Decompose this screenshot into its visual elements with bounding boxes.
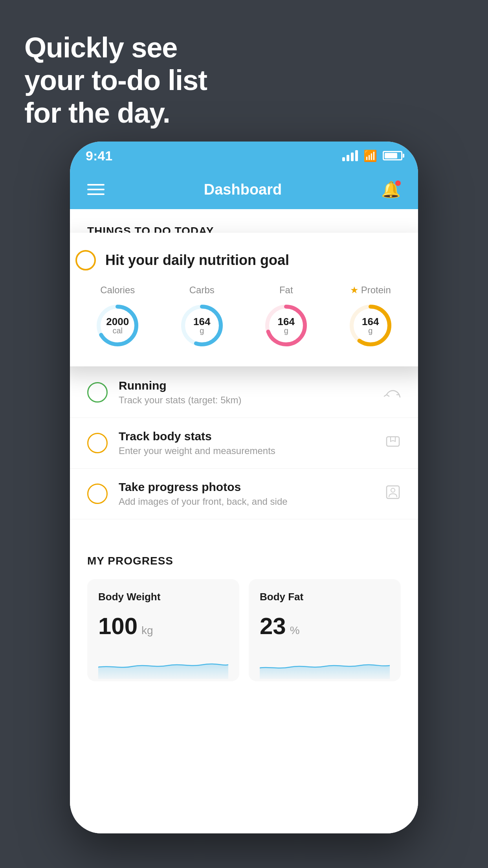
nutrition-protein: ★ Protein 164 g — [347, 285, 394, 349]
body-weight-chart — [98, 647, 228, 679]
carbs-label: Carbs — [189, 285, 215, 296]
todo-item-body-stats[interactable]: Track body stats Enter your weight and m… — [70, 418, 418, 469]
card-title: Hit your daily nutrition goal — [105, 252, 289, 268]
todo-subtitle-body-stats: Enter your weight and measurements — [119, 445, 374, 456]
progress-cards: Body Weight 100 kg — [87, 579, 401, 681]
todo-title-body-stats: Track body stats — [119, 430, 374, 443]
notification-dot — [395, 180, 401, 186]
carbs-unit: g — [193, 327, 210, 335]
todo-text-photos: Take progress photos Add images of your … — [119, 480, 374, 507]
calories-value: 2000 — [106, 316, 129, 327]
calories-label: Calories — [100, 285, 135, 296]
body-weight-value: 100 — [98, 612, 138, 640]
fat-value: 164 — [278, 316, 295, 327]
phone-mockup: 9:41 📶 Dashboard 🔔 TH — [70, 142, 418, 833]
protein-unit: g — [362, 327, 379, 335]
nutrition-carbs: Carbs 164 g — [178, 285, 226, 349]
todo-title-running: Running — [119, 379, 372, 392]
star-icon: ★ — [350, 285, 359, 296]
body-weight-title: Body Weight — [98, 591, 228, 603]
card-title-row: Hit your daily nutrition goal — [75, 250, 413, 270]
body-fat-value: 23 — [260, 612, 286, 640]
todo-circle-running — [87, 382, 108, 403]
todo-subtitle-photos: Add images of your front, back, and side — [119, 496, 374, 507]
notification-bell-button[interactable]: 🔔 — [381, 180, 401, 199]
fat-label: Fat — [279, 285, 293, 296]
calories-unit: cal — [106, 327, 129, 335]
fat-donut: 164 g — [262, 302, 310, 349]
battery-icon — [383, 151, 402, 160]
protein-value: 164 — [362, 316, 379, 327]
todo-subtitle-running: Track your stats (target: 5km) — [119, 395, 372, 406]
body-fat-title: Body Fat — [260, 591, 390, 603]
nutrition-card: Hit your daily nutrition goal Calories 2… — [70, 233, 418, 366]
person-icon — [385, 484, 401, 504]
card-checkbox[interactable] — [75, 250, 96, 270]
progress-title: MY PROGRESS — [87, 555, 401, 567]
wifi-icon: 📶 — [363, 149, 377, 162]
todo-text-body-stats: Track body stats Enter your weight and m… — [119, 430, 374, 456]
progress-section: MY PROGRESS Body Weight 100 kg — [70, 535, 418, 681]
todo-item-photos[interactable]: Take progress photos Add images of your … — [70, 469, 418, 519]
svg-point-10 — [391, 488, 395, 492]
calories-donut: 2000 cal — [94, 302, 141, 349]
header-title: Dashboard — [204, 181, 282, 198]
todo-item-running[interactable]: Running Track your stats (target: 5km) — [70, 367, 418, 418]
nutrition-calories: Calories 2000 cal — [94, 285, 141, 349]
todo-text-running: Running Track your stats (target: 5km) — [119, 379, 372, 406]
body-weight-value-row: 100 kg — [98, 612, 228, 640]
hamburger-menu-button[interactable] — [87, 184, 105, 195]
app-header: Dashboard 🔔 — [70, 170, 418, 209]
scale-icon — [385, 434, 401, 453]
todo-circle-body-stats — [87, 433, 108, 453]
body-weight-card[interactable]: Body Weight 100 kg — [87, 579, 239, 681]
signal-icon — [342, 150, 358, 161]
fat-unit: g — [278, 327, 295, 335]
body-weight-unit: kg — [141, 624, 153, 637]
status-time: 9:41 — [86, 148, 112, 164]
body-fat-chart — [260, 647, 390, 679]
nutrition-row: Calories 2000 cal Carbs — [75, 285, 413, 349]
carbs-value: 164 — [193, 316, 210, 327]
body-fat-value-row: 23 % — [260, 612, 390, 640]
svg-rect-8 — [387, 437, 399, 446]
body-fat-card[interactable]: Body Fat 23 % — [249, 579, 401, 681]
bg-headline: Quickly see your to-do list for the day. — [24, 31, 207, 129]
running-icon — [383, 384, 401, 401]
todo-circle-photos — [87, 484, 108, 504]
nutrition-fat: Fat 164 g — [262, 285, 310, 349]
todo-title-photos: Take progress photos — [119, 480, 374, 494]
protein-label: ★ Protein — [350, 285, 391, 296]
protein-donut: 164 g — [347, 302, 394, 349]
status-icons: 📶 — [342, 149, 402, 162]
carbs-donut: 164 g — [178, 302, 226, 349]
body-fat-unit: % — [290, 624, 300, 637]
app-content: THINGS TO DO TODAY Hit your daily nutrit… — [70, 209, 418, 833]
status-bar: 9:41 📶 — [70, 142, 418, 170]
